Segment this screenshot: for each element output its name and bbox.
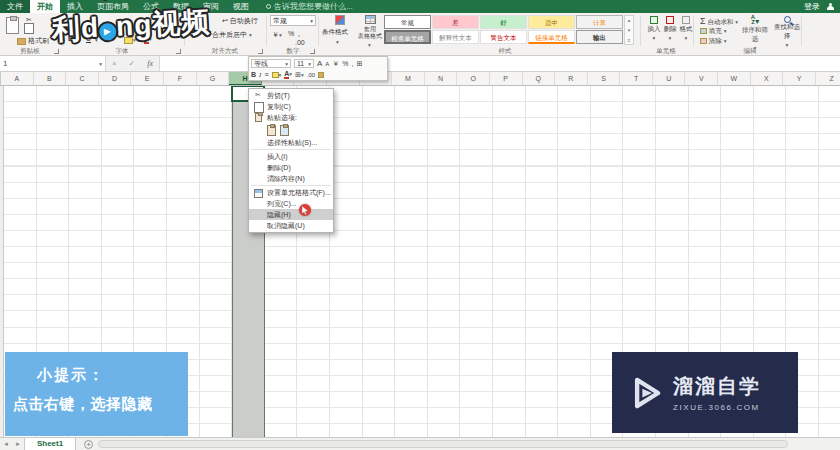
font-dialog-launcher[interactable] (176, 49, 181, 54)
mini-table-button[interactable]: ⊞ (357, 60, 363, 68)
column-header-cell[interactable]: R (555, 72, 588, 85)
column-header-cell[interactable]: B (34, 72, 67, 85)
new-sheet-icon[interactable]: + (84, 440, 93, 449)
cell-style-neutral[interactable]: 适中 (528, 15, 575, 29)
format-as-table-label[interactable]: 套用表格格式 (358, 26, 382, 40)
mini-font-name-dropdown[interactable]: 等线▾ (251, 59, 291, 68)
percent-style-button[interactable]: % (288, 30, 294, 37)
name-box[interactable]: 1 ▾ (0, 56, 106, 71)
mini-decimal-button[interactable]: .00 (307, 72, 315, 78)
column-header-cell[interactable]: N (425, 72, 458, 85)
column-header-cell[interactable]: Y (783, 72, 816, 85)
mini-percent-button[interactable]: % (342, 60, 348, 67)
merge-center-button[interactable]: 合并后居中 ▾ (212, 30, 252, 40)
format-as-table-dropdown[interactable]: ▾ (368, 41, 371, 48)
cell-style-warning[interactable]: 警告文本 (480, 30, 527, 44)
format-cells-button[interactable]: 格式 ▾ (676, 16, 696, 41)
menu-item-copy[interactable]: 复制(C) (249, 101, 333, 112)
menu-item-paste-special[interactable]: 选择性粘贴(S)... (249, 137, 333, 148)
gallery-more-icon[interactable]: ≡ (628, 37, 631, 43)
copy-button[interactable] (26, 25, 34, 35)
column-header-cell[interactable]: S (588, 72, 621, 85)
menu-item-clear-contents[interactable]: 清除内容(N) (249, 173, 333, 184)
cell-style-normal[interactable]: 常规 (384, 15, 431, 29)
alignment-dialog-launcher[interactable] (258, 49, 263, 54)
mini-font-color-button[interactable]: A▾ (284, 70, 292, 79)
conditional-formatting-label[interactable]: 条件格式 (322, 28, 348, 37)
sheet-nav-right-icon[interactable]: ► (12, 441, 24, 447)
clear-button[interactable]: 清除 ▾ (700, 37, 726, 46)
row-headers[interactable] (0, 86, 4, 437)
mini-comma-button[interactable]: , (352, 60, 354, 67)
comma-style-button[interactable]: , (298, 30, 300, 37)
column-header-cell[interactable]: V (685, 72, 718, 85)
gallery-down-icon[interactable]: ▾ (628, 27, 631, 33)
tab-file[interactable]: 文件 (0, 0, 30, 13)
mini-align-button[interactable]: ≡ (264, 71, 268, 78)
column-header-cell[interactable]: A (1, 72, 34, 85)
format-as-table-button[interactable] (358, 15, 382, 25)
fill-button[interactable]: 填充 ▾ (700, 27, 726, 36)
accounting-format-button[interactable]: ￥▾ (272, 30, 282, 40)
tell-me-box[interactable]: 告诉我您想要做什么... (266, 0, 353, 13)
menu-item-hide[interactable]: 隐藏(H) (249, 209, 333, 220)
autosum-button[interactable]: Σ 自动求和 ▾ (700, 16, 738, 27)
mini-accounting-button[interactable]: ￥ (332, 59, 339, 69)
paste-option-keep-formatting[interactable] (267, 125, 276, 136)
paste-option-values[interactable] (280, 125, 289, 136)
number-dialog-launcher[interactable] (310, 49, 315, 54)
column-header-cell[interactable]: E (131, 72, 164, 85)
find-select-button[interactable]: 查找和选择 ▾ (772, 15, 802, 48)
column-header-cell[interactable]: C (66, 72, 99, 85)
mini-format-painter-button[interactable] (318, 71, 324, 78)
sign-in-link[interactable]: 登录 (804, 1, 820, 12)
cancel-icon[interactable]: × (112, 59, 117, 68)
decimal-buttons[interactable]: .00 (295, 39, 305, 46)
clipboard-dialog-launcher[interactable] (54, 49, 59, 54)
column-header-cell[interactable]: M (392, 72, 425, 85)
enter-check-icon[interactable]: ✓ (129, 59, 136, 68)
tab-view[interactable]: 视图 (226, 0, 256, 13)
mini-grow-font-button[interactable]: A (317, 59, 322, 68)
mini-fill-color-button[interactable]: ▾ (272, 71, 282, 78)
column-header-cell[interactable]: F (164, 72, 197, 85)
menu-item-unhide[interactable]: 取消隐藏(U) (249, 220, 333, 231)
account-person-icon[interactable] (826, 3, 834, 11)
column-header-cell[interactable]: Z (816, 72, 840, 85)
conditional-formatting-button[interactable] (326, 15, 354, 26)
conditional-formatting-dropdown[interactable]: ▾ (336, 38, 339, 45)
mini-font-size-dropdown[interactable]: 11▾ (294, 59, 314, 68)
mini-bold-button[interactable]: B (251, 71, 256, 78)
column-header-cell[interactable]: P (490, 72, 523, 85)
column-header-cell[interactable]: Q (523, 72, 556, 85)
horizontal-scrollbar[interactable] (98, 440, 788, 448)
column-header-cell[interactable]: D (99, 72, 132, 85)
column-header-cell[interactable]: O (457, 72, 490, 85)
sheet-nav-left-icon[interactable]: ◄ (0, 441, 12, 447)
menu-item-cut[interactable]: ✂剪切(T) (249, 90, 333, 101)
mini-italic-button[interactable]: I (259, 71, 261, 79)
styles-gallery-scroll[interactable]: ▴ ▾ ≡ (624, 15, 634, 45)
cell-style-output[interactable]: 输出 (576, 30, 623, 44)
cell-style-explanatory[interactable]: 解释性文本 (432, 30, 479, 44)
menu-item-delete[interactable]: 删除(D) (249, 162, 333, 173)
gallery-up-icon[interactable]: ▴ (628, 17, 631, 23)
cell-style-calculation[interactable]: 计算 (576, 15, 623, 29)
cell-style-bad[interactable]: 差 (432, 15, 479, 29)
cell-style-check-cell[interactable]: 检查单元格 (384, 30, 431, 44)
sort-filter-button[interactable]: AZ▾ 排序和筛选 ▾ (740, 15, 770, 51)
column-header-cell[interactable]: W (718, 72, 751, 85)
column-header-cell[interactable]: U (653, 72, 686, 85)
cell-style-good[interactable]: 好 (480, 15, 527, 29)
number-format-dropdown[interactable]: 常规▾ (270, 15, 316, 26)
column-header-cell[interactable]: G (197, 72, 230, 85)
column-header-cell[interactable]: X (751, 72, 784, 85)
sheet-tab-sheet1[interactable]: Sheet1 (24, 438, 76, 450)
format-painter-button[interactable]: 格式刷 (17, 36, 49, 46)
mini-shrink-font-button[interactable]: A (325, 61, 329, 67)
wrap-text-button[interactable]: ↩ 自动换行 (222, 16, 258, 26)
column-header-cell[interactable]: T (620, 72, 653, 85)
mini-border-button[interactable]: ⊞▾ (295, 71, 304, 79)
name-box-dropdown-icon[interactable]: ▾ (99, 61, 102, 67)
menu-item-column-width[interactable]: 列宽(C)... (249, 198, 333, 209)
